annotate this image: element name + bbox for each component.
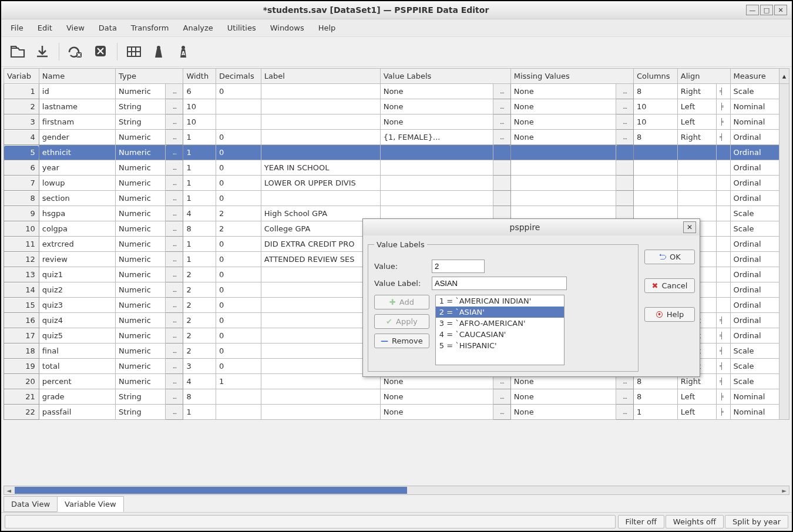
add-button[interactable]: ✚Add — [374, 295, 429, 309]
row-header[interactable]: 18 — [4, 344, 39, 359]
cell-width[interactable]: 2 — [183, 344, 216, 359]
value-labels-ellipsis-button[interactable]: ... — [493, 84, 510, 99]
cell-name[interactable]: quiz1 — [39, 267, 115, 282]
type-ellipsis-button[interactable]: ... — [166, 298, 183, 313]
goto-case-icon[interactable] — [65, 42, 86, 62]
cell-decimals[interactable]: 0 — [216, 344, 261, 359]
type-ellipsis-button[interactable]: ... — [166, 145, 183, 160]
list-item[interactable]: 5 = `HISPANIC' — [436, 340, 564, 351]
row-header[interactable]: 16 — [4, 313, 39, 328]
cell-measure[interactable]: Ordinal — [730, 298, 779, 313]
row-header[interactable]: 8 — [4, 191, 39, 206]
cell-label[interactable]: YEAR IN SCHOOL — [261, 160, 380, 176]
cell-decimals[interactable] — [216, 389, 261, 405]
cell-align[interactable]: Left — [677, 115, 716, 130]
cell-measure[interactable]: Ordinal — [730, 191, 779, 206]
col-missing[interactable]: Missing Values — [510, 69, 633, 84]
type-ellipsis-button[interactable]: ... — [166, 221, 183, 237]
scroll-right-icon[interactable]: ► — [779, 487, 789, 494]
cell-measure[interactable]: Ordinal — [730, 282, 779, 298]
cell-type[interactable]: Numeric — [116, 160, 166, 176]
cell-name[interactable]: ethnicit — [39, 145, 115, 160]
table-row[interactable]: 6yearNumeric...10YEAR IN SCHOOLOrdinal — [4, 160, 789, 176]
cell-name[interactable]: firstnam — [39, 115, 115, 130]
cell-columns[interactable]: 10 — [634, 99, 678, 115]
col-type[interactable]: Type — [116, 69, 183, 84]
list-item[interactable]: 3 = `AFRO-AMERICAN' — [436, 318, 564, 329]
menu-data[interactable]: Data — [93, 22, 123, 34]
type-ellipsis-button[interactable]: ... — [166, 206, 183, 221]
row-header[interactable]: 6 — [4, 160, 39, 176]
cell-type[interactable]: Numeric — [116, 84, 166, 99]
cell-type[interactable]: Numeric — [116, 206, 166, 221]
status-split[interactable]: Split by year — [725, 515, 788, 528]
status-weights[interactable]: Weights off — [666, 515, 724, 528]
cell-value-labels[interactable]: {1, FEMALE}... — [380, 130, 493, 145]
col-variable[interactable]: Variab — [4, 69, 39, 84]
cell-decimals[interactable]: 0 — [216, 191, 261, 206]
cell-align[interactable] — [677, 160, 716, 176]
cell-width[interactable]: 2 — [183, 313, 216, 328]
type-ellipsis-button[interactable]: ... — [166, 252, 183, 267]
cell-decimals[interactable] — [216, 405, 261, 420]
cell-width[interactable]: 8 — [183, 221, 216, 237]
cell-value-labels[interactable] — [380, 191, 493, 206]
cell-measure[interactable]: Ordinal — [730, 313, 779, 328]
col-columns[interactable]: Columns — [634, 69, 678, 84]
cell-width[interactable]: 4 — [183, 374, 216, 389]
cell-align[interactable]: Right — [677, 84, 716, 99]
list-item[interactable]: 2 = `ASIAN' — [436, 307, 564, 318]
cell-measure[interactable]: Ordinal — [730, 267, 779, 282]
cell-name[interactable]: grade — [39, 389, 115, 405]
cell-type[interactable]: Numeric — [116, 344, 166, 359]
cancel-button[interactable]: ✖Cancel — [644, 278, 695, 293]
cell-decimals[interactable]: 0 — [216, 237, 261, 252]
type-ellipsis-button[interactable]: ... — [166, 267, 183, 282]
missing-ellipsis-button[interactable]: ... — [616, 389, 634, 405]
cell-type[interactable]: Numeric — [116, 282, 166, 298]
menu-view[interactable]: View — [61, 22, 90, 34]
cell-measure[interactable]: Ordinal — [730, 328, 779, 344]
status-filter[interactable]: Filter off — [618, 515, 664, 528]
cell-columns[interactable] — [634, 191, 678, 206]
cell-name[interactable]: passfail — [39, 405, 115, 420]
cell-align[interactable]: Left — [677, 389, 716, 405]
cell-missing[interactable]: None — [510, 99, 616, 115]
value-labels-ellipsis-button[interactable]: ... — [493, 389, 510, 405]
type-ellipsis-button[interactable]: ... — [166, 359, 183, 374]
value-labels-ellipsis-button[interactable] — [493, 145, 510, 160]
cell-width[interactable]: 8 — [183, 389, 216, 405]
cell-align[interactable] — [677, 145, 716, 160]
table-row[interactable]: 5ethnicitNumeric...10Ordinal — [4, 145, 789, 160]
value-input[interactable] — [432, 260, 485, 273]
cell-name[interactable]: percent — [39, 374, 115, 389]
cell-align[interactable]: Right — [677, 130, 716, 145]
missing-ellipsis-button[interactable] — [616, 191, 634, 206]
cell-align[interactable] — [677, 191, 716, 206]
type-ellipsis-button[interactable]: ... — [166, 99, 183, 115]
cell-measure[interactable]: Nominal — [730, 99, 779, 115]
cell-decimals[interactable]: 2 — [216, 221, 261, 237]
col-label[interactable]: Label — [261, 69, 380, 84]
cell-name[interactable]: section — [39, 191, 115, 206]
cell-type[interactable]: Numeric — [116, 298, 166, 313]
apply-button[interactable]: ✔Apply — [374, 314, 429, 329]
row-header[interactable]: 19 — [4, 359, 39, 374]
cell-width[interactable]: 10 — [183, 99, 216, 115]
cell-columns[interactable]: 10 — [634, 115, 678, 130]
vertical-scrollbar[interactable] — [779, 84, 789, 420]
table-row[interactable]: 8sectionNumeric...10Ordinal — [4, 191, 789, 206]
cell-label[interactable] — [261, 191, 380, 206]
minimize-button[interactable]: — — [746, 5, 759, 15]
cell-width[interactable]: 2 — [183, 328, 216, 344]
row-header[interactable]: 13 — [4, 267, 39, 282]
scroll-left-icon[interactable]: ◄ — [4, 487, 14, 494]
cell-type[interactable]: Numeric — [116, 374, 166, 389]
cell-value-labels[interactable] — [380, 176, 493, 191]
cell-measure[interactable]: Ordinal — [730, 237, 779, 252]
cell-label[interactable] — [261, 115, 380, 130]
table-row[interactable]: 4genderNumeric...10{1, FEMALE}......None… — [4, 130, 789, 145]
row-header[interactable]: 20 — [4, 374, 39, 389]
cell-decimals[interactable]: 0 — [216, 359, 261, 374]
cell-value-labels[interactable]: None — [380, 115, 493, 130]
